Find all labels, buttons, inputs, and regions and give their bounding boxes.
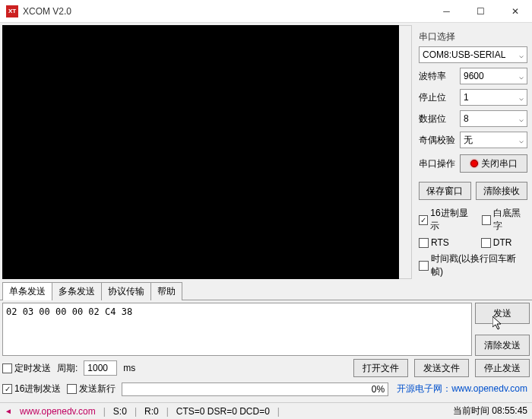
send-newline-checkbox[interactable]: 发送新行 <box>67 382 116 395</box>
data-label: 数据位 <box>419 113 460 125</box>
terminal-scrollbar[interactable] <box>399 25 412 279</box>
status-time: 当前时间 08:55:45 <box>453 405 527 417</box>
save-window-button[interactable]: 保存窗口 <box>419 182 471 200</box>
stopbits-select[interactable]: 1 ⌵ <box>460 89 527 106</box>
tab-single-send[interactable]: 单条发送 <box>2 282 52 300</box>
port-value: COM8:USB-SERIAL <box>423 49 505 60</box>
clear-receive-button[interactable]: 清除接收 <box>476 182 528 200</box>
send-textarea[interactable] <box>2 303 472 356</box>
maximize-button[interactable]: ☐ <box>464 0 498 23</box>
minimize-button[interactable]: ─ <box>429 0 464 23</box>
baud-select[interactable]: 9600 ⌵ <box>460 68 527 84</box>
chevron-down-icon: ⌵ <box>519 72 524 81</box>
hex-send-checkbox[interactable]: ✓16进制发送 <box>2 382 61 395</box>
send-file-button[interactable]: 发送文件 <box>414 359 469 377</box>
operation-label: 串口操作 <box>419 157 460 170</box>
timed-send-checkbox[interactable]: 定时发送 <box>2 362 51 375</box>
receive-terminal[interactable] <box>2 25 399 279</box>
progress-bar: 0% <box>122 382 388 396</box>
open-file-button[interactable]: 打开文件 <box>353 359 408 377</box>
stop-label: 停止位 <box>419 91 460 104</box>
chevron-down-icon: ⌵ <box>519 115 524 123</box>
link-label: 开源电子网：www.openedv.com <box>397 382 527 395</box>
databits-select[interactable]: 8 ⌵ <box>460 110 527 127</box>
rts-checkbox[interactable]: RTS <box>419 237 449 248</box>
record-icon <box>470 160 478 167</box>
stop-send-button[interactable]: 停止发送 <box>475 359 530 377</box>
status-url[interactable]: www.openedv.com <box>20 406 96 417</box>
clear-send-button[interactable]: 清除发送 <box>475 335 530 356</box>
window-title: XCOM V2.0 <box>23 6 429 17</box>
app-logo: XT <box>6 5 18 17</box>
white-bg-checkbox[interactable]: 白底黑字 <box>482 207 527 233</box>
close-button[interactable]: ✕ <box>498 0 532 23</box>
port-section-label: 串口选择 <box>419 30 527 43</box>
status-signals: CTS=0 DSR=0 DCD=0 <box>176 406 270 417</box>
send-button[interactable]: 发送 <box>475 303 530 324</box>
status-bar: ◄ www.openedv.com | S:0 | R:0 | CTS=0 DS… <box>0 402 532 419</box>
baud-label: 波特率 <box>419 70 460 83</box>
tab-help[interactable]: 帮助 <box>150 282 182 300</box>
chevron-down-icon: ⌵ <box>519 94 524 102</box>
port-toggle-button[interactable]: 关闭串口 <box>460 154 527 173</box>
tab-protocol[interactable]: 协议传输 <box>101 282 151 300</box>
chevron-down-icon: ⌵ <box>519 51 524 59</box>
openedv-link[interactable]: www.openedv.com <box>451 383 527 394</box>
dtr-checkbox[interactable]: DTR <box>481 237 512 248</box>
status-s: S:0 <box>113 406 127 417</box>
chevron-down-icon: ⌵ <box>519 136 524 144</box>
parity-label: 奇偶校验 <box>419 134 460 147</box>
hex-display-checkbox[interactable]: ✓16进制显示 <box>419 207 474 233</box>
parity-select[interactable]: 无 ⌵ <box>460 132 527 148</box>
period-label: 周期: <box>57 362 78 375</box>
port-select[interactable]: COM8:USB-SERIAL ⌵ <box>419 46 527 63</box>
status-bullet-icon: ◄ <box>5 407 12 415</box>
period-input[interactable]: 1000 <box>84 360 117 376</box>
tab-multi-send[interactable]: 多条发送 <box>52 282 102 300</box>
status-r: R:0 <box>144 406 159 417</box>
period-unit: ms <box>123 363 135 373</box>
timestamp-checkbox[interactable]: 时间戳(以换行回车断帧) <box>419 252 527 278</box>
